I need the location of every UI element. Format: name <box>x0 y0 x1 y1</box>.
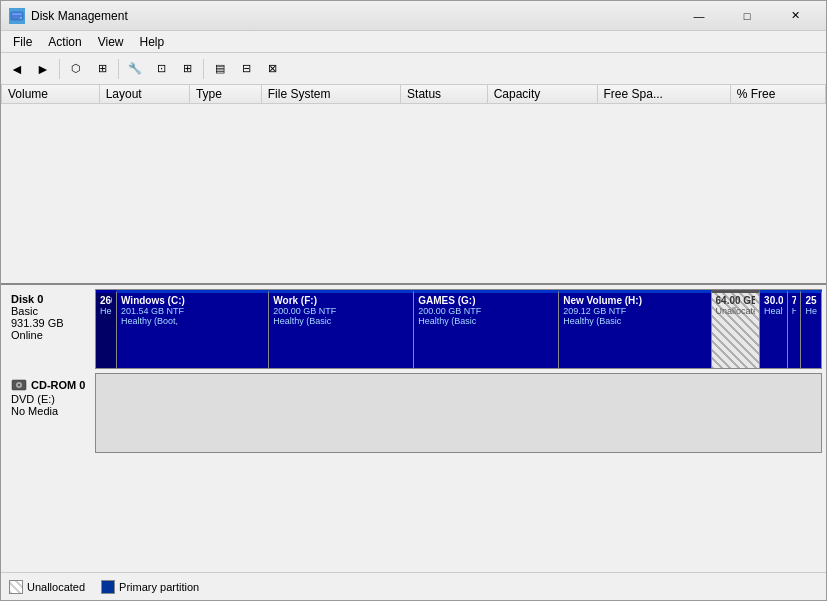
tool-btn-1[interactable]: ⬡ <box>64 57 88 81</box>
tool-btn-6[interactable]: ▤ <box>208 57 232 81</box>
svg-rect-1 <box>12 13 22 15</box>
cdrom-icon <box>11 377 27 393</box>
disk0-partition-6[interactable]: 30.00 GB NTHealthy (Ba <box>760 290 788 368</box>
tool-btn-2[interactable]: ⊞ <box>90 57 114 81</box>
disk0-partition-2[interactable]: Work (F:)200.00 GB NTFHealthy (Basic <box>269 290 414 368</box>
disk-view-wrapper: Disk 0 Basic 931.39 GB Online 260 MHealW… <box>1 285 826 572</box>
disk0-partition-7[interactable]: 731 MHealt <box>788 290 802 368</box>
main-window: Disk Management — □ ✕ File Action View H… <box>0 0 827 601</box>
disk0-type: Basic <box>11 305 89 317</box>
back-button[interactable]: ◄ <box>5 57 29 81</box>
disk0-partition-4[interactable]: New Volume (H:)209.12 GB NTFHealthy (Bas… <box>559 290 711 368</box>
cdrom0-type: DVD (E:) <box>11 393 89 405</box>
disk0-status: Online <box>11 329 89 341</box>
col-pct[interactable]: % Free <box>730 85 825 104</box>
disk0-row: Disk 0 Basic 931.39 GB Online 260 MHealW… <box>5 289 822 369</box>
volume-table: Volume Layout Type File System Status Ca… <box>1 85 826 104</box>
svg-point-2 <box>20 17 22 19</box>
toolbar-sep-2 <box>118 59 119 79</box>
disk0-partition-5[interactable]: 64.00 GBUnallocated <box>712 290 761 368</box>
tool-btn-8[interactable]: ⊠ <box>260 57 284 81</box>
menu-help[interactable]: Help <box>132 33 173 51</box>
close-button[interactable]: ✕ <box>772 1 818 31</box>
legend-unallocated: Unallocated <box>9 580 85 594</box>
toolbar-sep-1 <box>59 59 60 79</box>
legend-primary-box <box>101 580 115 594</box>
cdrom0-partitions <box>95 373 822 453</box>
col-layout[interactable]: Layout <box>99 85 189 104</box>
legend-primary-label: Primary partition <box>119 581 199 593</box>
volume-table-area: Volume Layout Type File System Status Ca… <box>1 85 826 285</box>
table-header-row: Volume Layout Type File System Status Ca… <box>2 85 826 104</box>
disk0-title: Disk 0 <box>11 293 89 305</box>
menu-view[interactable]: View <box>90 33 132 51</box>
window-controls: — □ ✕ <box>676 1 818 31</box>
menu-file[interactable]: File <box>5 33 40 51</box>
legend-unallocated-label: Unallocated <box>27 581 85 593</box>
disk0-partition-8[interactable]: 25.76 GBHealthy (Rec <box>801 290 822 368</box>
legend-primary: Primary partition <box>101 580 199 594</box>
disk0-partition-0[interactable]: 260 MHeal <box>96 290 117 368</box>
cdrom0-title: CD-ROM 0 <box>31 379 85 391</box>
svg-point-5 <box>18 384 20 386</box>
title-bar: Disk Management — □ ✕ <box>1 1 826 31</box>
maximize-button[interactable]: □ <box>724 1 770 31</box>
disk0-partition-3[interactable]: GAMES (G:)200.00 GB NTFHealthy (Basic <box>414 290 559 368</box>
toolbar-sep-3 <box>203 59 204 79</box>
window-title: Disk Management <box>31 9 676 23</box>
disk0-size: 931.39 GB <box>11 317 89 329</box>
disk0-partition-1[interactable]: Windows (C:)201.54 GB NTFHealthy (Boot, <box>117 290 269 368</box>
main-content: Volume Layout Type File System Status Ca… <box>1 85 826 600</box>
tool-btn-4[interactable]: ⊡ <box>149 57 173 81</box>
menu-action[interactable]: Action <box>40 33 89 51</box>
col-status[interactable]: Status <box>401 85 488 104</box>
col-type[interactable]: Type <box>189 85 261 104</box>
cdrom0-row: CD-ROM 0 DVD (E:) No Media <box>5 373 822 453</box>
toolbar: ◄ ► ⬡ ⊞ 🔧 ⊡ ⊞ ▤ ⊟ ⊠ <box>1 53 826 85</box>
col-filesystem[interactable]: File System <box>261 85 400 104</box>
disk0-partitions: 260 MHealWindows (C:)201.54 GB NTFHealth… <box>95 289 822 369</box>
legend-unallocated-box <box>9 580 23 594</box>
app-icon <box>9 8 25 24</box>
col-volume[interactable]: Volume <box>2 85 100 104</box>
status-bar: Unallocated Primary partition <box>1 572 826 600</box>
minimize-button[interactable]: — <box>676 1 722 31</box>
cdrom0-label: CD-ROM 0 DVD (E:) No Media <box>5 373 95 453</box>
tool-btn-5[interactable]: ⊞ <box>175 57 199 81</box>
col-free[interactable]: Free Spa... <box>597 85 730 104</box>
cdrom0-media: No Media <box>11 405 89 417</box>
disk-view: Disk 0 Basic 931.39 GB Online 260 MHealW… <box>1 285 826 572</box>
menu-bar: File Action View Help <box>1 31 826 53</box>
forward-button[interactable]: ► <box>31 57 55 81</box>
col-capacity[interactable]: Capacity <box>487 85 597 104</box>
tool-btn-7[interactable]: ⊟ <box>234 57 258 81</box>
disk0-label: Disk 0 Basic 931.39 GB Online <box>5 289 95 369</box>
tool-btn-3[interactable]: 🔧 <box>123 57 147 81</box>
